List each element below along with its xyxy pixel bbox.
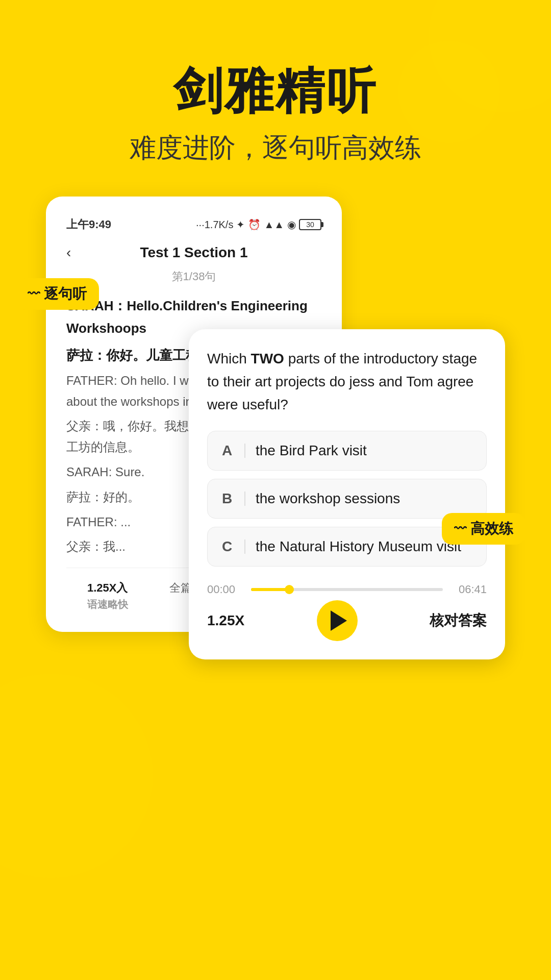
option-c-letter: C [222, 538, 234, 555]
quiz-option-a[interactable]: A the Bird Park visit [207, 431, 487, 471]
wifi-icon: ◉ [287, 218, 296, 231]
audio-progress-track[interactable] [251, 588, 443, 591]
hero-subtitle: 难度进阶，逐句听高效练 [0, 130, 551, 166]
speed-label: 1.25X入 [87, 580, 128, 596]
option-divider-c [244, 540, 245, 554]
play-button[interactable] [317, 600, 358, 641]
option-divider-b [244, 492, 245, 506]
back-button[interactable]: ‹ [66, 244, 71, 261]
check-answer-button[interactable]: 核对答案 [430, 611, 487, 630]
tag-gaoxiao: 〰 高效练 [442, 513, 525, 545]
bottom-nav-speed[interactable]: 1.25X入 语速略快 [87, 580, 128, 611]
signal-icon: ▲▲ [264, 219, 284, 231]
progress-text: 第1/38句 [66, 269, 321, 284]
tag-juiju: 〰 逐句听 [15, 278, 99, 310]
nav-bar: ‹ Test 1 Section 1 [66, 244, 321, 261]
battery-box: 30 [299, 219, 321, 230]
audio-bar: 00:00 06:41 [207, 575, 487, 596]
hero-title: 剑雅精听 [0, 61, 551, 120]
status-time: 上午9:49 [66, 217, 111, 232]
phone-wrapper: 〰 逐句听 〰 高效练 上午9:49 ···1.7K/s ✦ ⏰ ▲▲ ◉ 30… [46, 197, 505, 809]
quiz-option-b[interactable]: B the workshop sessions [207, 479, 487, 519]
audio-progress-fill [251, 588, 289, 591]
option-divider-a [244, 444, 245, 458]
audio-progress-thumb [285, 585, 294, 594]
option-a-text: the Bird Park visit [256, 443, 367, 459]
speed-sublabel: 语速略快 [87, 598, 128, 611]
bluetooth-icon: ✦ [236, 218, 245, 231]
status-right: ···1.7K/s ✦ ⏰ ▲▲ ◉ 30 [196, 218, 321, 231]
hero-section: 剑雅精听 难度进阶，逐句听高效练 [0, 0, 551, 197]
alarm-icon: ⏰ [248, 218, 261, 231]
option-b-text: the workshop sessions [256, 491, 400, 507]
option-c-text: the Natural History Museum visit [256, 538, 461, 555]
quiz-question: Which TWO parts of the introductory stag… [207, 348, 487, 416]
wave-icon: 〰 [28, 287, 40, 301]
play-icon [331, 610, 347, 631]
option-a-letter: A [222, 443, 234, 459]
quiz-card: Which TWO parts of the introductory stag… [189, 329, 505, 659]
network-speed: ···1.7K/s [196, 219, 233, 231]
option-b-letter: B [222, 491, 234, 507]
nav-title: Test 1 Section 1 [140, 244, 247, 261]
status-bar: 上午9:49 ···1.7K/s ✦ ⏰ ▲▲ ◉ 30 [66, 217, 321, 232]
playback-speed[interactable]: 1.25X [207, 612, 244, 629]
wave-icon2: 〰 [454, 522, 466, 536]
audio-time-left: 00:00 [207, 583, 243, 596]
audio-time-right: 06:41 [451, 583, 487, 596]
audio-controls: 1.25X 核对答案 [207, 596, 487, 641]
